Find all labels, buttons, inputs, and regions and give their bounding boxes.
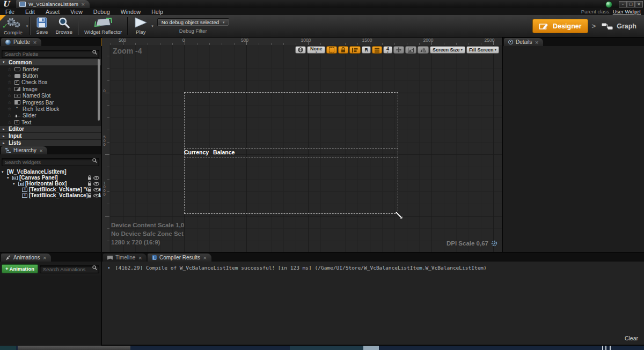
taskbar-app-button[interactable] [18, 346, 130, 350]
favorite-star-icon[interactable]: ☆ [8, 80, 12, 85]
palette-category-common[interactable]: ▾ Common [0, 59, 101, 66]
fill-screen-dropdown[interactable]: Fill Screen ▾ [466, 46, 499, 54]
tab-animations[interactable]: Animations × [1, 254, 51, 262]
favorite-star-icon[interactable]: ☆ [8, 107, 12, 111]
transform-mode-button[interactable] [393, 46, 404, 54]
chevron-expanded-icon[interactable]: ▾ [13, 182, 17, 186]
minimize-button[interactable]: – [619, 1, 627, 8]
chevron-expanded-icon[interactable]: ▾ [2, 170, 5, 174]
snap-to-grid-button[interactable] [349, 46, 361, 54]
toggle-outlines-button[interactable] [326, 46, 337, 54]
preview-background-button[interactable] [405, 46, 416, 54]
widget-reflector-button[interactable]: Widget Reflector [80, 15, 126, 37]
animations-search-input[interactable] [40, 265, 99, 273]
grid-rows-button[interactable] [372, 46, 382, 54]
palette-item-slider[interactable]: ☆ Slider [0, 113, 101, 119]
visibility-eye-icon[interactable] [93, 182, 99, 186]
flow-direction-dropdown[interactable]: None ▾ [307, 46, 326, 54]
parent-class-value[interactable]: User Widget [613, 9, 641, 14]
menu-help[interactable]: Help [146, 9, 169, 15]
tab-hierarchy[interactable]: Hierarchy × [1, 146, 47, 154]
hierarchy-node-horizontal-box[interactable]: ▾ [Horizontal Box] [0, 181, 101, 187]
play-button[interactable]: Play [130, 17, 151, 35]
close-icon[interactable]: × [33, 40, 37, 45]
respect-locks-button[interactable]: R [362, 46, 371, 54]
menu-view[interactable]: View [65, 9, 88, 15]
hierarchy-node-textblock-vcname[interactable]: [TextBlock_VcName] "Currency" [0, 187, 101, 192]
tab-timeline[interactable]: Timeline × [103, 254, 147, 262]
design-canvas[interactable]: Currency Balance Zoom -4 [109, 45, 502, 252]
palette-item-progress-bar[interactable]: ☆ Progress Bar [0, 99, 101, 106]
dpi-scale-control: DPI Scale 0,67 [447, 240, 497, 247]
screen-size-dropdown[interactable]: Screen Size ▾ [430, 46, 465, 54]
favorite-star-icon[interactable]: ☆ [8, 73, 12, 78]
visibility-eye-icon[interactable] [93, 193, 99, 198]
lock-widgets-button[interactable] [338, 46, 348, 54]
hierarchy-node-canvas-panel[interactable]: ▾ [Canvas Panel] [0, 175, 101, 181]
palette-scrollbar[interactable] [98, 59, 100, 121]
compile-options-caret-icon[interactable]: ▾ [26, 24, 28, 28]
localization-preview-button[interactable] [295, 46, 306, 54]
close-icon[interactable]: × [81, 2, 85, 7]
menu-window[interactable]: Window [115, 9, 146, 15]
palette-item-image[interactable]: ☆ Image [0, 86, 101, 92]
preview-balance-text[interactable]: Balance [213, 149, 235, 155]
favorite-star-icon[interactable]: ☆ [8, 100, 12, 105]
palette-item-checkbox[interactable]: ☆ Check Box [0, 79, 101, 86]
close-window-button[interactable]: × [635, 1, 643, 8]
compiler-log-entry[interactable]: • [4162,29] Compile of W_VcBalanceListIt… [102, 262, 644, 274]
close-icon[interactable]: × [42, 255, 47, 260]
menu-edit[interactable]: Edit [20, 9, 40, 15]
close-icon[interactable]: × [138, 255, 142, 260]
text-block-icon [22, 193, 27, 198]
unlocked-icon[interactable] [87, 193, 92, 198]
favorite-star-icon[interactable]: ☆ [8, 93, 12, 98]
hierarchy-search-input[interactable] [2, 158, 99, 166]
chevron-expanded-icon[interactable]: ▾ [7, 176, 11, 180]
close-icon[interactable]: × [203, 255, 207, 260]
palette-item-named-slot[interactable]: ☆ Named Slot [0, 93, 101, 99]
favorite-star-icon[interactable]: ☆ [8, 87, 12, 92]
add-animation-button[interactable]: + Animation [2, 264, 38, 273]
mirror-preview-button[interactable] [418, 46, 429, 54]
taskbar-active-button[interactable] [363, 346, 379, 350]
save-button[interactable]: Save [32, 15, 52, 37]
visibility-eye-icon[interactable] [93, 188, 99, 192]
hierarchy-node-root[interactable]: ▾ [W_VcBalanceListItem] [0, 169, 101, 175]
palette-item-text[interactable]: ☆ Text [0, 119, 101, 125]
unlocked-icon[interactable] [87, 187, 92, 192]
tab-details[interactable]: Details × [504, 38, 543, 46]
close-icon[interactable]: × [535, 40, 539, 45]
plus-icon: + [5, 266, 9, 272]
graph-mode-button[interactable]: Graph [599, 23, 639, 30]
tab-compiler-results[interactable]: Compiler Results × [148, 254, 211, 262]
palette-category-editor[interactable]: ▸ Editor [0, 126, 101, 133]
browse-button[interactable]: Browse [52, 15, 76, 37]
grid-snap-size-dropdown[interactable]: 4 ▾ [383, 46, 392, 54]
widget-preview-text[interactable]: Currency Balance [184, 149, 235, 155]
palette-item-rich-text-block[interactable]: ☆ Rich Text Block [0, 106, 101, 112]
gear-icon[interactable] [491, 240, 497, 247]
clear-log-button[interactable]: Clear [625, 335, 638, 341]
tab-palette[interactable]: Palette × [1, 38, 41, 46]
favorite-star-icon[interactable]: ☆ [8, 120, 12, 125]
menu-debug[interactable]: Debug [88, 9, 115, 15]
unlocked-icon[interactable] [87, 175, 92, 180]
debug-filter-dropdown[interactable]: No debug object selected ▾ [157, 18, 229, 26]
palette-item-border[interactable]: ☆ Border [0, 66, 101, 72]
menu-asset[interactable]: Asset [40, 9, 65, 15]
document-tab[interactable]: W_VcBalanceListItem × [16, 0, 90, 8]
preview-currency-text[interactable]: Currency [184, 149, 209, 155]
close-icon[interactable]: × [39, 148, 43, 153]
menu-file[interactable]: File [0, 9, 20, 15]
favorite-star-icon[interactable]: ☆ [8, 113, 12, 118]
unlocked-icon[interactable] [87, 181, 92, 186]
palette-category-input[interactable]: ▸ Input [0, 133, 101, 140]
palette-search-input[interactable] [2, 50, 99, 58]
favorite-star-icon[interactable]: ☆ [8, 67, 12, 72]
hierarchy-node-textblock-vcbalance[interactable]: [TextBlock_VcBalance] "Balance" [0, 192, 101, 198]
palette-item-button[interactable]: ☆ Button [0, 72, 101, 79]
restore-button[interactable]: □ [627, 1, 635, 8]
designer-mode-button[interactable]: Designer [532, 19, 588, 33]
visibility-eye-icon[interactable] [93, 176, 99, 180]
